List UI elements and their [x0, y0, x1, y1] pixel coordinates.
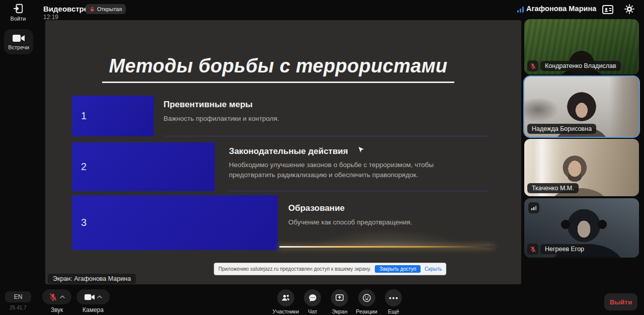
- badge-label: Открытая: [97, 6, 122, 12]
- slide-title: Методы борьбы с террористами: [102, 55, 455, 83]
- shared-screen-area: Методы борьбы с террористами 1 Превентив…: [45, 20, 521, 284]
- slide-item-2-number: 2: [72, 161, 87, 173]
- screen-share-icon: [331, 289, 348, 306]
- participant-tile-nadezhda-active[interactable]: Надежда Борисовна: [524, 76, 639, 137]
- participant-name-row: Негреев Егор: [527, 244, 589, 255]
- center-toolbar: Участники Чат Экран Реакции Ещё: [272, 289, 407, 314]
- chevron-up-icon[interactable]: [60, 295, 65, 298]
- connection-quality-icon: [517, 7, 524, 13]
- meetings-button[interactable]: Встречи: [4, 29, 33, 54]
- screen-share-label: Экран: [332, 308, 347, 314]
- settings-gear-icon[interactable]: [624, 4, 635, 15]
- meeting-app: Видеовстреча Открытая 12:19 Агафонова Ма…: [0, 0, 644, 315]
- connection-signal-icon: [528, 202, 539, 213]
- slide-item-3-number: 3: [72, 217, 87, 228]
- more-label: Ещё: [388, 308, 399, 314]
- participants-label: Участники: [273, 308, 299, 314]
- stop-sharing-button[interactable]: Закрыть доступ: [375, 265, 421, 273]
- hide-banner-link[interactable]: Скрыть: [425, 266, 442, 272]
- slide-gold-line: [279, 246, 493, 248]
- chat-label: Чат: [308, 308, 317, 314]
- slide-divider-1: [164, 136, 488, 136]
- slide-item-3-box: 3: [72, 195, 278, 250]
- contact-card-icon[interactable]: [602, 4, 614, 15]
- slide-gold-glow: [279, 222, 496, 247]
- slide-item-1-text: Важность профилактики и контроля.: [164, 114, 279, 124]
- smiley-icon: [358, 289, 375, 306]
- participant-name: Негреев Егор: [540, 244, 589, 254]
- slide-item-1-heading: Превентивные меры: [164, 100, 253, 110]
- camera-icon: [85, 293, 95, 301]
- participants-button[interactable]: Участники: [272, 289, 299, 314]
- slide-item-2-heading: Законодательные действия: [229, 146, 348, 156]
- chat-icon: [304, 289, 321, 306]
- participant-name-row: Ткаченко М.М.: [527, 183, 579, 193]
- chevron-up-icon[interactable]: [97, 295, 102, 298]
- camera-control: Камера: [76, 289, 110, 313]
- sound-control: Звук: [42, 289, 71, 313]
- leave-meeting-button[interactable]: Выйти: [604, 293, 637, 310]
- slide-title-wrap: Методы борьбы с террористами: [60, 55, 496, 83]
- open-lock-icon: [90, 7, 95, 12]
- participant-tile-negreev[interactable]: Негреев Егор: [524, 198, 639, 258]
- slide-divider-2: [229, 191, 488, 191]
- camera-label: Камера: [83, 306, 104, 313]
- slide-item-1-box: 1: [72, 96, 154, 136]
- participant-tile-tkachenko[interactable]: Ткаченко М.М.: [524, 139, 639, 196]
- more-button[interactable]: Ещё: [380, 289, 407, 314]
- reactions-button[interactable]: Реакции: [353, 289, 380, 314]
- meeting-time: 12:19: [43, 14, 58, 21]
- participant-name: Надежда Борисовна: [527, 124, 596, 134]
- login-label: Войти: [11, 16, 26, 22]
- slide-item-1-number: 1: [72, 110, 87, 122]
- login-button[interactable]: Войти: [6, 3, 30, 22]
- mouse-cursor: [358, 146, 364, 154]
- screen-share-button[interactable]: Экран: [326, 289, 353, 314]
- mic-muted-icon: [527, 244, 538, 255]
- meetings-camera-icon: [13, 34, 25, 43]
- slide-item-3-heading: Образование: [288, 203, 345, 213]
- slide-item-2-box: 2: [72, 142, 215, 191]
- app-version: 25.41.7: [5, 305, 31, 310]
- more-dots-icon: [385, 289, 402, 306]
- current-user-name: Агафонова Марина: [526, 5, 596, 13]
- mic-muted-icon: [527, 60, 538, 71]
- participant-name-row: Надежда Борисовна: [527, 124, 596, 134]
- camera-toggle-button[interactable]: [76, 289, 110, 304]
- mic-muted-icon: [49, 293, 57, 301]
- slide-item-2-text: Необходимо улучшение законов о борьбе с …: [229, 160, 465, 180]
- chat-button[interactable]: Чат: [299, 289, 327, 314]
- share-banner-message: Приложению salutejazz.ru предоставлен до…: [218, 266, 371, 272]
- participants-icon: [277, 289, 294, 306]
- meeting-visibility-badge: Открытая: [86, 4, 126, 14]
- screen-share-owner-label: Экран: Агафонова Марина: [48, 274, 136, 284]
- reactions-label: Реакции: [356, 308, 377, 314]
- participant-name-row: Кондратенко Владислав: [527, 60, 621, 71]
- sound-label: Звук: [51, 306, 63, 313]
- participant-tile-kondratenko[interactable]: Кондратенко Владислав: [524, 19, 639, 74]
- participant-name: Кондратенко Владислав: [540, 61, 621, 71]
- meetings-label: Встречи: [8, 44, 29, 50]
- mute-toggle-button[interactable]: [42, 289, 71, 304]
- participant-name: Ткаченко М.М.: [527, 183, 579, 193]
- screen-share-banner: Приложению salutejazz.ru предоставлен до…: [214, 263, 446, 275]
- language-switch-button[interactable]: EN: [5, 291, 31, 302]
- login-icon: [13, 3, 24, 14]
